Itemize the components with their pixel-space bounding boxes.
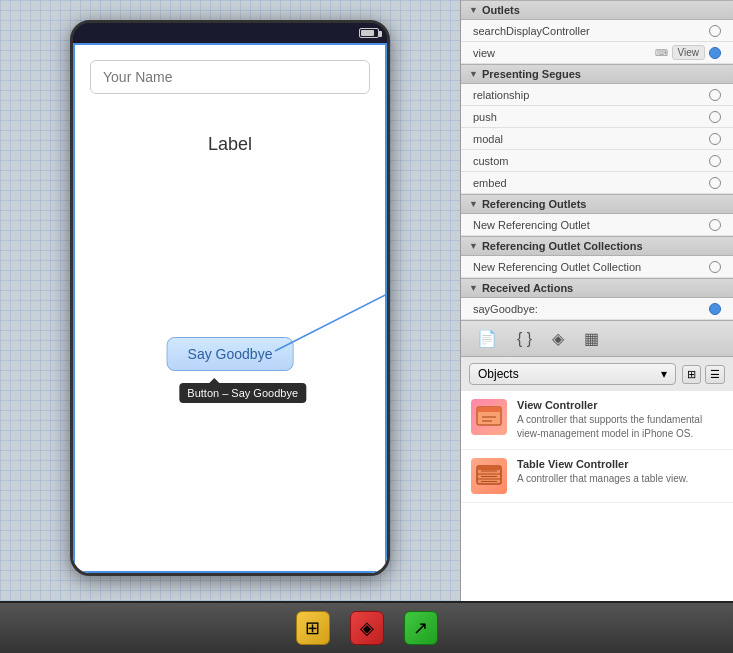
list-item[interactable]: Table View Controller A controller that …: [461, 450, 733, 503]
main-area: Label Say Goodbye Button – Say Goodbye ▼…: [0, 0, 733, 601]
list-item[interactable]: View Controller A controller that suppor…: [461, 391, 733, 450]
object-toolbar-btn[interactable]: ◈: [548, 327, 568, 350]
segue-row-custom[interactable]: custom: [461, 150, 733, 172]
list-view-btn[interactable]: ☰: [705, 365, 725, 384]
received-actions-header: ▼ Received Actions: [461, 278, 733, 298]
new-ref-collection-circle: [709, 261, 721, 273]
triangle-icon3: ▼: [469, 199, 478, 209]
vc-subtitle: A controller that supports the fundament…: [517, 413, 723, 441]
outlet-label-view: view: [473, 47, 655, 59]
iphone-screen: Label Say Goodbye Button – Say Goodbye: [73, 43, 387, 573]
outlets-header: ▼ Outlets: [461, 0, 733, 20]
outlet-circle-view: [709, 47, 721, 59]
file-toolbar-btn[interactable]: 📄: [473, 327, 501, 350]
new-ref-outlet-collection-row[interactable]: New Referencing Outlet Collection: [461, 256, 733, 278]
iphone-frame: Label Say Goodbye Button – Say Goodbye: [70, 20, 390, 576]
exit-toolbar-button[interactable]: ↗: [404, 611, 438, 645]
objects-dropdown[interactable]: Objects ▾: [469, 363, 676, 385]
triangle-icon2: ▼: [469, 69, 478, 79]
tvc-subtitle: A controller that manages a table view.: [517, 472, 723, 486]
triangle-icon5: ▼: [469, 283, 478, 293]
presenting-segues-header: ▼ Presenting Segues: [461, 64, 733, 84]
status-bar: [73, 23, 387, 43]
segue-row-push[interactable]: push: [461, 106, 733, 128]
outlet-label-search: searchDisplayController: [473, 25, 709, 37]
objects-toolbar-icon: ⊞: [305, 617, 320, 639]
segue-row-relationship[interactable]: relationship: [461, 84, 733, 106]
grid-view-btn[interactable]: ⊞: [682, 365, 701, 384]
segue-circle-push: [709, 111, 721, 123]
segue-circle-embed: [709, 177, 721, 189]
code-toolbar-btn[interactable]: { }: [513, 328, 536, 350]
segue-label-rel: relationship: [473, 89, 709, 101]
ref-outlets-header: ▼ Referencing Outlets: [461, 194, 733, 214]
battery-icon: [359, 28, 379, 38]
ref-outlet-collections-header: ▼ Referencing Outlet Collections: [461, 236, 733, 256]
grid-icons: ⊞ ☰: [682, 365, 725, 384]
canvas-area: Label Say Goodbye Button – Say Goodbye: [0, 0, 460, 601]
key-icon: ⌨: [655, 48, 668, 58]
segue-circle-rel: [709, 89, 721, 101]
new-ref-outlet-circle: [709, 219, 721, 231]
new-ref-outlet-label: New Referencing Outlet: [473, 219, 709, 231]
segue-circle-custom: [709, 155, 721, 167]
triangle-icon4: ▼: [469, 241, 478, 251]
objects-toolbar-button[interactable]: ⊞: [296, 611, 330, 645]
outlet-row-search[interactable]: searchDisplayController: [461, 20, 733, 42]
segue-label-push: push: [473, 111, 709, 123]
vc-desc: View Controller A controller that suppor…: [517, 399, 723, 441]
vc-icon: [471, 399, 507, 435]
triangle-icon: ▼: [469, 5, 478, 15]
say-goodbye-button[interactable]: Say Goodbye: [167, 337, 294, 371]
media-toolbar-icon: ◈: [360, 617, 374, 639]
segue-label-modal: modal: [473, 133, 709, 145]
right-panel: ▼ Outlets searchDisplayController view ⌨…: [460, 0, 733, 601]
segue-label-embed: embed: [473, 177, 709, 189]
segue-circle-modal: [709, 133, 721, 145]
say-goodbye-action-label: sayGoodbye:: [473, 303, 709, 315]
outlet-value-view: ⌨ View: [655, 45, 722, 60]
objects-list: View Controller A controller that suppor…: [461, 391, 733, 601]
svg-rect-6: [477, 466, 501, 470]
media-toolbar-button[interactable]: ◈: [350, 611, 384, 645]
svg-rect-2: [477, 407, 501, 412]
tvc-desc: Table View Controller A controller that …: [517, 458, 723, 486]
connector-line: [75, 45, 385, 571]
screen-label: Label: [90, 134, 370, 155]
view-tag: View: [672, 45, 706, 60]
tvc-icon: [471, 458, 507, 494]
outlet-circle-search: [709, 25, 721, 37]
table-toolbar-btn[interactable]: ▦: [580, 327, 603, 350]
vc-title: View Controller: [517, 399, 723, 411]
bottom-toolbar: ⊞ ◈ ↗: [0, 601, 733, 653]
objects-dropdown-label: Objects: [478, 367, 519, 381]
new-ref-outlet-row[interactable]: New Referencing Outlet: [461, 214, 733, 236]
segue-row-modal[interactable]: modal: [461, 128, 733, 150]
objects-section: Objects ▾ ⊞ ☰: [461, 356, 733, 391]
button-tooltip: Button – Say Goodbye: [179, 383, 306, 403]
outlet-row-view[interactable]: view ⌨ View: [461, 42, 733, 64]
tvc-title: Table View Controller: [517, 458, 723, 470]
say-goodbye-action-row[interactable]: sayGoodbye:: [461, 298, 733, 320]
say-goodbye-circle: [709, 303, 721, 315]
new-ref-outlet-collection-label: New Referencing Outlet Collection: [473, 261, 709, 273]
exit-toolbar-icon: ↗: [413, 617, 428, 639]
dropdown-chevron: ▾: [661, 367, 667, 381]
right-panel-toolbar: 📄 { } ◈ ▦: [461, 320, 733, 356]
segue-label-custom: custom: [473, 155, 709, 167]
name-input[interactable]: [90, 60, 370, 94]
segue-row-embed[interactable]: embed: [461, 172, 733, 194]
